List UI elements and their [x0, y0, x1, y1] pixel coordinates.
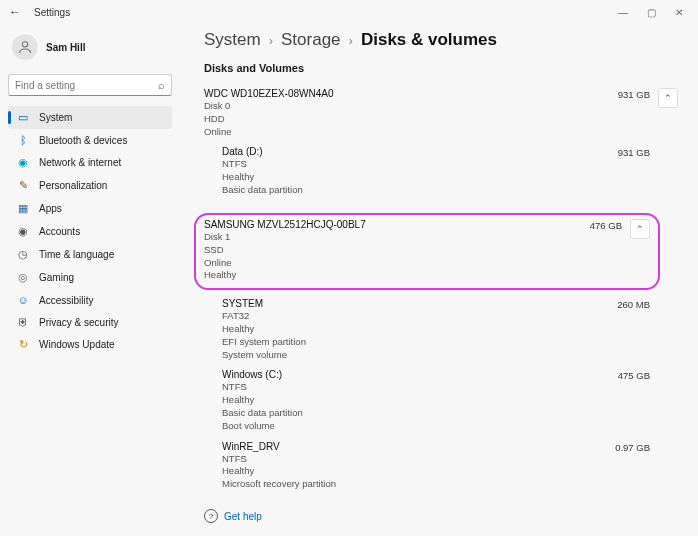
maximize-button[interactable]: ▢ [644, 7, 658, 18]
volume-size: 475 GB [618, 370, 650, 432]
crumb-current: Disks & volumes [361, 30, 497, 50]
nav-network[interactable]: ◉Network & internet [8, 151, 172, 174]
gamepad-icon: ◎ [16, 271, 30, 284]
nav-label: Apps [39, 203, 62, 214]
nav-label: Accessibility [39, 295, 93, 306]
nav-bluetooth[interactable]: ᛒBluetooth & devices [8, 129, 172, 151]
disk-name: WDC WD10EZEX-08WN4A0 [204, 88, 618, 99]
nav-system[interactable]: ▭System [8, 106, 172, 129]
breadcrumb: System › Storage › Disks & volumes [204, 30, 678, 50]
nav-label: Time & language [39, 249, 114, 260]
disk-item: WDC WD10EZEX-08WN4A0Disk 0HDDOnline931 G… [204, 84, 678, 203]
collapse-button[interactable]: ⌃ [630, 219, 650, 239]
accessibility-icon: ☺ [16, 294, 30, 306]
search-icon: ⌕ [158, 79, 165, 91]
disk-size: 931 GB [618, 89, 650, 100]
nav-privacy[interactable]: ⛨Privacy & security [8, 311, 172, 333]
volume-name: SYSTEM [222, 298, 617, 309]
nav-label: Windows Update [39, 339, 115, 350]
disks-list: WDC WD10EZEX-08WN4A0Disk 0HDDOnline931 G… [204, 84, 678, 497]
disk-item: SAMSUNG MZVL2512HCJQ-00BL7Disk 1SSDOnlin… [204, 209, 678, 497]
volume-size: 931 GB [618, 147, 650, 196]
titlebar: ← Settings ― ▢ ✕ [0, 0, 698, 24]
volume-meta: FAT32HealthyEFI system partitionSystem v… [222, 310, 617, 361]
volume-item[interactable]: Windows (C:)NTFSHealthyBasic data partit… [222, 369, 678, 432]
volume-size: 260 MB [617, 299, 650, 361]
volume-item[interactable]: SYSTEMFAT32HealthyEFI system partitionSy… [222, 298, 678, 361]
nav-gaming[interactable]: ◎Gaming [8, 266, 172, 289]
nav-label: Network & internet [39, 157, 121, 168]
volume-meta: NTFSHealthyMicrosoft recovery partition [222, 453, 615, 491]
back-button[interactable]: ← [6, 5, 24, 19]
nav-apps[interactable]: ▦Apps [8, 197, 172, 220]
volume-meta: NTFSHealthyBasic data partitionBoot volu… [222, 381, 618, 432]
user-name: Sam Hill [46, 42, 85, 53]
apps-icon: ▦ [16, 202, 30, 215]
volume-name: Windows (C:) [222, 369, 618, 380]
disk-meta: Disk 1SSDOnlineHealthy [204, 231, 590, 282]
nav-accounts[interactable]: ◉Accounts [8, 220, 172, 243]
volume-item[interactable]: WinRE_DRVNTFSHealthyMicrosoft recovery p… [222, 441, 678, 491]
nav-personalization[interactable]: ✎Personalization [8, 174, 172, 197]
search-input[interactable] [15, 80, 158, 91]
crumb-system[interactable]: System [204, 30, 261, 50]
person-icon: ◉ [16, 225, 30, 238]
nav-label: System [39, 112, 72, 123]
profile[interactable]: Sam Hill [8, 30, 172, 70]
clock-icon: ◷ [16, 248, 30, 261]
search-box[interactable]: ⌕ [8, 74, 172, 96]
nav-update[interactable]: ↻Windows Update [8, 333, 172, 356]
chevron-right-icon: › [349, 33, 353, 48]
minimize-button[interactable]: ― [616, 7, 630, 18]
close-button[interactable]: ✕ [672, 7, 686, 18]
avatar [12, 34, 38, 60]
disk-name: SAMSUNG MZVL2512HCJQ-00BL7 [204, 219, 590, 230]
shield-icon: ⛨ [16, 316, 30, 328]
section-title: Disks and Volumes [204, 62, 678, 74]
volume-size: 0.97 GB [615, 442, 650, 491]
help-label: Get help [224, 511, 262, 522]
volume-name: WinRE_DRV [222, 441, 615, 452]
crumb-storage[interactable]: Storage [281, 30, 341, 50]
nav-accessibility[interactable]: ☺Accessibility [8, 289, 172, 311]
collapse-button[interactable]: ⌃ [658, 88, 678, 108]
disk-meta: Disk 0HDDOnline [204, 100, 618, 138]
nav-label: Personalization [39, 180, 107, 191]
get-help-link[interactable]: ? Get help [204, 509, 678, 529]
app-title: Settings [34, 7, 70, 18]
disk-size: 476 GB [590, 220, 622, 231]
main-content: System › Storage › Disks & volumes Disks… [180, 24, 698, 536]
nav-label: Bluetooth & devices [39, 135, 127, 146]
help-icon: ? [204, 509, 218, 523]
nav-list: ▭System ᛒBluetooth & devices ◉Network & … [8, 106, 172, 356]
svg-point-0 [22, 42, 27, 47]
brush-icon: ✎ [16, 179, 30, 192]
bluetooth-icon: ᛒ [16, 134, 30, 146]
nav-time[interactable]: ◷Time & language [8, 243, 172, 266]
chevron-right-icon: › [269, 33, 273, 48]
nav-label: Gaming [39, 272, 74, 283]
volume-meta: NTFSHealthyBasic data partition [222, 158, 618, 196]
system-icon: ▭ [16, 111, 30, 124]
volume-item[interactable]: Data (D:)NTFSHealthyBasic data partition… [222, 146, 678, 196]
nav-label: Privacy & security [39, 317, 118, 328]
sidebar: Sam Hill ⌕ ▭System ᛒBluetooth & devices … [0, 24, 180, 536]
update-icon: ↻ [16, 338, 30, 351]
window-controls: ― ▢ ✕ [616, 7, 692, 18]
nav-label: Accounts [39, 226, 80, 237]
volume-name: Data (D:) [222, 146, 618, 157]
wifi-icon: ◉ [16, 156, 30, 169]
